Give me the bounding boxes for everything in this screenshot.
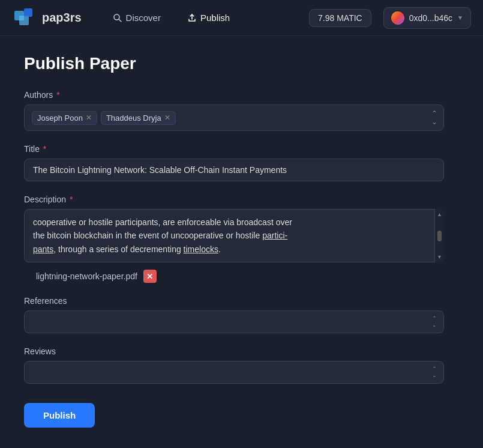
reviews-select[interactable]: [24, 361, 444, 384]
authors-select-arrow: ⌃⌄: [431, 109, 437, 126]
description-word-timelocks: timelocks: [184, 244, 218, 254]
nav-discover[interactable]: Discover: [106, 9, 168, 26]
file-remove-button-0[interactable]: ✕: [143, 270, 157, 283]
search-icon: [113, 13, 122, 23]
chevron-down-icon: ▼: [457, 14, 463, 21]
publish-button[interactable]: Publish: [24, 403, 95, 428]
title-group: Title *: [24, 144, 444, 181]
authors-group: Authors * Joseph Poon ✕ Thaddeus Dryja ✕…: [24, 90, 444, 131]
page-title: Publish Paper: [24, 54, 444, 73]
wallet-balance: 7.98 MATIC: [309, 9, 371, 27]
reviews-label: Reviews: [24, 347, 444, 356]
description-textarea[interactable]: cooperative or hostile participants, are…: [24, 209, 444, 262]
scrollbar[interactable]: ▲ ▼: [434, 209, 444, 262]
navbar: pap3rs Discover Publish 7.98 MATIC 0xd0.…: [0, 0, 483, 36]
author-name-1: Thaddeus Dryja: [106, 114, 161, 123]
title-input[interactable]: [24, 159, 444, 181]
authors-input[interactable]: Joseph Poon ✕ Thaddeus Dryja ✕ ⌃⌄: [24, 104, 444, 131]
nav-publish-label: Publish: [200, 13, 230, 23]
upload-icon: [187, 13, 197, 23]
description-word-participants: partici-pants: [33, 231, 287, 253]
description-wrapper: cooperative or hostile participants, are…: [24, 209, 444, 262]
author-tag-1: Thaddeus Dryja ✕: [101, 111, 176, 125]
nav-discover-label: Discover: [126, 13, 161, 23]
svg-rect-1: [19, 16, 29, 25]
wallet-avatar: [391, 11, 404, 25]
author-name-0: Joseph Poon: [37, 114, 83, 123]
author-tag-0: Joseph Poon ✕: [32, 111, 97, 125]
authors-required-star: *: [54, 90, 59, 100]
scrollbar-down-arrow[interactable]: ▼: [437, 254, 442, 260]
references-select[interactable]: [24, 310, 444, 333]
file-item-0: lightning-network-paper.pdf ✕: [36, 270, 444, 283]
wallet-address-button[interactable]: 0xd0...b46c ▼: [383, 7, 471, 29]
scrollbar-thumb: [437, 231, 442, 241]
references-dropdown-wrapper: [24, 310, 444, 333]
file-list: lightning-network-paper.pdf ✕: [24, 270, 444, 283]
description-required-star: *: [67, 195, 73, 204]
description-group: Description * cooperative or hostile par…: [24, 195, 444, 283]
logo-icon: [12, 6, 36, 30]
logo-text: pap3rs: [42, 11, 82, 25]
main-content: Publish Paper Authors * Joseph Poon ✕ Th…: [0, 36, 468, 446]
file-name-0: lightning-network-paper.pdf: [36, 271, 137, 281]
author-remove-1[interactable]: ✕: [164, 114, 170, 121]
reviews-dropdown-wrapper: [24, 361, 444, 384]
description-label: Description *: [24, 195, 444, 204]
authors-label: Authors *: [24, 90, 444, 100]
references-group: References: [24, 296, 444, 333]
title-label: Title *: [24, 144, 444, 154]
scrollbar-up-arrow[interactable]: ▲: [437, 211, 442, 217]
reviews-group: Reviews: [24, 347, 444, 384]
title-required-star: *: [41, 144, 46, 154]
svg-line-4: [119, 19, 121, 22]
svg-rect-2: [24, 8, 32, 17]
references-label: References: [24, 296, 444, 306]
wallet-address-text: 0xd0...b46c: [409, 13, 452, 23]
logo[interactable]: pap3rs: [12, 6, 82, 30]
author-remove-0[interactable]: ✕: [86, 114, 92, 121]
nav-publish[interactable]: Publish: [180, 9, 237, 26]
